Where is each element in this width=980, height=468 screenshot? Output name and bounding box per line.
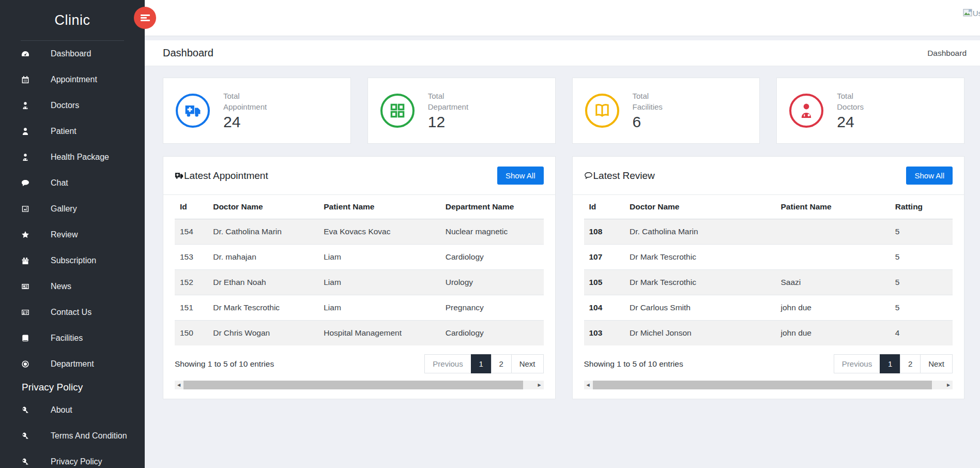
scrollbar-thumb[interactable] (593, 381, 932, 389)
previous-page-button[interactable]: Previous (834, 354, 880, 373)
sidebar-item-label: Contact Us (51, 308, 91, 317)
cell-doctor: Dr Mark Tescrothic (624, 270, 776, 295)
sidebar-item-label: Health Package (51, 153, 109, 162)
sidebar-item-privacy-policy[interactable]: Privacy Policy (0, 449, 145, 468)
page-2-button[interactable]: 2 (491, 354, 512, 373)
column-header: Ratting (890, 195, 953, 219)
sidebar-item-label: Appointment (51, 75, 97, 84)
key-icon (21, 432, 29, 441)
stat-value: 12 (428, 113, 468, 131)
app-root: Clinic Dashboard Appointment Doctors Pat… (0, 0, 980, 468)
sidebar-item-label: Chat (51, 178, 68, 188)
pagination: Previous 1 2 Next (834, 354, 953, 373)
sidebar-item-terms-and-condition[interactable]: Terms And Condition (0, 423, 145, 449)
sidebar-toggle-button[interactable] (134, 7, 156, 29)
stat-card-total-appointment: TotalAppointment 24 (163, 78, 351, 144)
sidebar-item-patient[interactable]: Patient (0, 118, 145, 144)
cell-id: 151 (175, 295, 208, 321)
scroll-right-arrow-icon[interactable]: ▶ (944, 381, 953, 389)
stat-label: Total (223, 92, 240, 100)
stat-label: Total (837, 92, 853, 100)
cell-doctor: Dr Mark Tescrothic (624, 245, 776, 270)
show-all-button[interactable]: Show All (497, 167, 544, 185)
cell-doctor: Dr. Catholina Marin (208, 219, 318, 245)
next-page-button[interactable]: Next (511, 354, 544, 373)
table-row: 151 Dr Mark Tescrothic Liam Pregnancy (175, 295, 544, 321)
stat-value: 6 (633, 113, 663, 131)
gift-icon (21, 256, 29, 265)
cell-department: Cardiology (440, 321, 544, 346)
stat-card-total-facilities: TotalFacilities 6 (572, 78, 760, 144)
cell-patient: Hospital Management (318, 321, 440, 346)
next-page-button[interactable]: Next (920, 354, 953, 373)
panel-header: Latest Appointment Show All (163, 157, 555, 195)
user-icon (21, 127, 29, 136)
sidebar-item-facilities[interactable]: Facilities (0, 325, 145, 351)
pagination: Previous 1 2 Next (425, 354, 543, 373)
sidebar-item-label: Patient (51, 127, 76, 136)
stat-label: Appointment (223, 102, 267, 111)
panel-title: Latest Review (584, 170, 655, 182)
sidebar-item-news[interactable]: News (0, 274, 145, 299)
sidebar-item-contact-us[interactable]: Contact Us (0, 299, 145, 325)
latest-review-panel: Latest Review Show All Id Doctor Name Pa… (572, 156, 965, 399)
sidebar-item-health-package[interactable]: Health Package (0, 144, 145, 170)
horizontal-scrollbar[interactable]: ◀ ▶ (584, 381, 953, 389)
hamburger-icon (141, 13, 150, 22)
cell-patient (776, 219, 890, 245)
column-header: Id (584, 195, 624, 219)
sidebar-item-department[interactable]: Department (0, 351, 145, 377)
sidebar-item-review[interactable]: Review (0, 222, 145, 248)
doctor-icon (21, 153, 29, 162)
table-row: 107 Dr Mark Tescrothic 5 (584, 245, 953, 270)
column-header: Patient Name (776, 195, 890, 219)
scroll-right-arrow-icon[interactable]: ▶ (535, 381, 544, 389)
sidebar-item-label: About (51, 405, 72, 415)
stat-value: 24 (837, 113, 864, 131)
appointments-table: Id Doctor Name Patient Name Department N… (175, 195, 544, 345)
doctor-icon (21, 101, 29, 110)
cell-doctor: Dr Chris Wogan (208, 321, 318, 346)
page-1-button[interactable]: 1 (471, 354, 492, 373)
sidebar-item-appointment[interactable]: Appointment (0, 67, 145, 93)
star-icon (21, 231, 29, 239)
cell-rating: 5 (890, 219, 953, 245)
stat-card-total-doctors: TotalDoctors 24 (776, 78, 964, 144)
stat-label: Department (428, 102, 468, 111)
column-header: Id (175, 195, 208, 219)
comment-icon (584, 171, 593, 180)
cell-id: 105 (584, 270, 624, 295)
entries-summary: Showing 1 to 5 of 10 entries (584, 359, 683, 369)
sidebar-item-label: Doctors (51, 101, 79, 110)
table-row: 154 Dr. Catholina Marin Eva Kovacs Kovac… (175, 219, 544, 245)
horizontal-scrollbar[interactable]: ◀ ▶ (175, 381, 544, 389)
previous-page-button[interactable]: Previous (424, 354, 471, 373)
user-avatar[interactable]: Us (963, 8, 980, 18)
show-all-button[interactable]: Show All (906, 167, 953, 185)
page-2-button[interactable]: 2 (900, 354, 921, 373)
table-header-row: Id Doctor Name Patient Name Ratting (584, 195, 953, 219)
brand-title[interactable]: Clinic (0, 0, 145, 40)
page-1-button[interactable]: 1 (880, 354, 900, 373)
sidebar-item-doctors[interactable]: Doctors (0, 93, 145, 118)
tachometer-icon (21, 50, 29, 58)
sidebar-item-subscription[interactable]: Subscription (0, 248, 145, 274)
sidebar-item-chat[interactable]: Chat (0, 170, 145, 196)
user-alt-text: Us (973, 9, 980, 18)
entries-summary: Showing 1 to 5 of 10 entries (175, 359, 274, 369)
scrollbar-thumb[interactable] (183, 381, 523, 389)
key-icon (21, 458, 29, 466)
sidebar-item-gallery[interactable]: Gallery (0, 196, 145, 222)
sidebar: Clinic Dashboard Appointment Doctors Pat… (0, 0, 145, 468)
panel-title: Latest Appointment (175, 170, 268, 182)
breadcrumb: Dashboard Dashboard (145, 40, 980, 66)
cell-patient (776, 245, 890, 270)
sidebar-item-about[interactable]: About (0, 397, 145, 423)
cell-department: Cardiology (440, 245, 544, 270)
breadcrumb-current[interactable]: Dashboard (927, 49, 967, 58)
scroll-left-arrow-icon[interactable]: ◀ (584, 381, 592, 389)
cell-id: 152 (175, 270, 208, 295)
sidebar-item-dashboard[interactable]: Dashboard (0, 41, 145, 67)
cell-id: 104 (584, 295, 624, 321)
scroll-left-arrow-icon[interactable]: ◀ (175, 381, 183, 389)
